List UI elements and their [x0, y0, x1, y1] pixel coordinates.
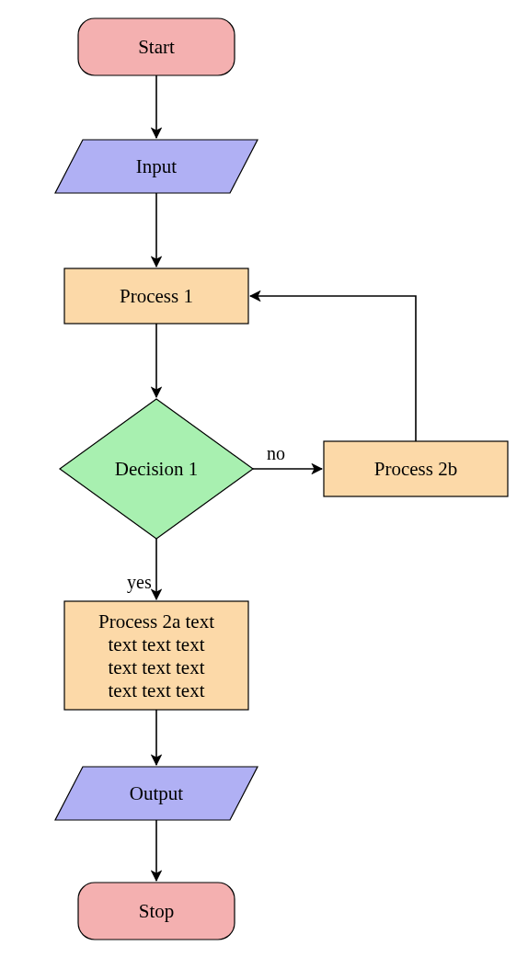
node-process-1-label: Process 1 [120, 285, 193, 307]
node-process-1: Process 1 [64, 268, 248, 324]
node-start-label: Start [138, 36, 175, 58]
edge-proc2b-proc1 [250, 296, 416, 441]
node-stop-label: Stop [139, 900, 175, 922]
edge-label-no: no [267, 443, 285, 463]
node-process-2b: Process 2b [324, 441, 508, 496]
node-decision-1: Decision 1 [60, 399, 253, 539]
node-input-label: Input [136, 155, 177, 177]
node-start: Start [78, 18, 235, 75]
edge-label-yes: yes [127, 572, 152, 593]
node-output-label: Output [130, 782, 184, 804]
flowchart-canvas: Start Input Process 1 Decision 1 yes no … [0, 0, 528, 980]
node-output: Output [55, 767, 258, 820]
node-decision-1-label: Decision 1 [115, 458, 198, 480]
node-process-2a-line-4: text text text [109, 679, 205, 701]
node-process-2b-label: Process 2b [374, 458, 457, 480]
node-process-2a: Process 2a text text text text text text… [64, 601, 248, 710]
node-process-2a-line-1: Process 2a text [98, 610, 214, 632]
node-process-2a-line-2: text text text [109, 633, 205, 655]
node-input: Input [55, 140, 258, 193]
node-process-2a-line-3: text text text [109, 656, 205, 678]
node-stop: Stop [78, 883, 235, 940]
